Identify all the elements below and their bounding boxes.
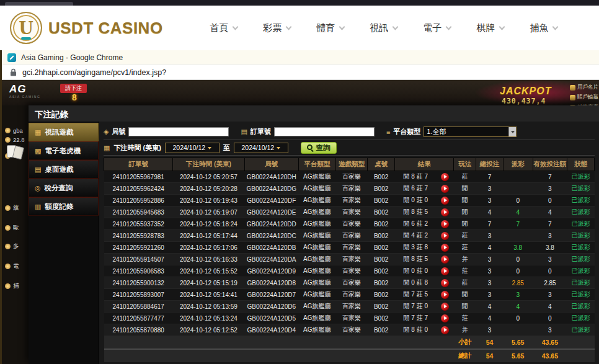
nav-item-3[interactable]: 體育 [316, 22, 344, 34]
jackpot-label: JACKPOT [500, 86, 551, 97]
menu-item-1[interactable]: ▦視訊遊戲 [29, 123, 99, 141]
cell-bet: 3 [476, 277, 504, 289]
modal-content: ◈ 局號 ▤ 訂單號 ≡ 平台類型 1.全部 ▦ [99, 122, 599, 364]
date-to-select[interactable]: 2024/10/12 [234, 143, 288, 153]
rail-item[interactable]: 多 [5, 242, 19, 251]
cell-time: 2024-10-12 05:20:57 [173, 171, 244, 183]
cell-bet: 4 [476, 301, 504, 313]
cell-table_no: B002 [368, 195, 395, 206]
menu-item-3[interactable]: ▤桌面遊戲 [29, 160, 99, 179]
order-number-input[interactable] [274, 127, 375, 136]
play-video-button[interactable] [441, 326, 449, 334]
cell-play [437, 206, 454, 218]
play-video-button[interactable] [441, 232, 449, 240]
play-video-button[interactable] [441, 244, 449, 252]
modal-menu: ▦視訊遊戲▩電子老虎機▤桌面遊戲◎稅分查詢▥額度記錄 [29, 122, 99, 364]
play-video-button[interactable] [441, 255, 449, 264]
chevron-down-icon [499, 24, 505, 30]
site-logo[interactable]: U USDT CASINO [10, 12, 163, 44]
cell-game: 百家樂 [335, 324, 368, 336]
table-row: 2410120558774772024-10-12 05:13:24GB0022… [104, 313, 595, 324]
cell-time: 2024-10-12 05:13:24 [173, 313, 244, 324]
cell-play [437, 324, 454, 336]
rail-item-label: 22.8 [13, 136, 25, 143]
cell-round: GB00224A120D5 [244, 313, 298, 324]
nav-item-4[interactable]: 視訊 [370, 22, 397, 34]
nav-item-5[interactable]: 電子 [423, 22, 451, 34]
cell-result: 閒 0 莊 0 [394, 265, 437, 277]
search-button[interactable]: 查詢 [301, 142, 337, 154]
cell-order: 241012055884617 [104, 301, 173, 313]
cell-time: 2024-10-12 05:12:52 [173, 324, 244, 336]
cell-table_no: B002 [368, 324, 395, 336]
rail-item[interactable]: 電 [5, 262, 19, 270]
rail-item[interactable]: 旗 [5, 204, 19, 212]
nav-item-6[interactable]: 棋牌 [476, 22, 504, 34]
menu-item-2[interactable]: ▩電子老虎機 [29, 141, 99, 160]
play-video-button[interactable] [441, 220, 449, 228]
total-bet: 54 [476, 349, 504, 362]
table-row: 2410120559287832024-10-12 05:17:44GB0022… [104, 230, 595, 242]
rail-item[interactable]: 捕 [5, 282, 19, 290]
play-video-button[interactable] [441, 279, 449, 287]
cell-platform: AG旗艦廳 [299, 206, 336, 218]
bet-records-table: 訂單號下注時間 (美東)局號平台類型遊戲類型桌號結果玩法總投注派彩有效投注額狀態… [104, 158, 595, 362]
menu-item-label: 稅分查詢 [45, 184, 73, 193]
play-video-button[interactable] [441, 197, 449, 205]
cell-result: 閒 6 莊 7 [394, 183, 437, 195]
cell-table_no: B002 [368, 183, 395, 195]
cell-table_no: B002 [368, 301, 395, 313]
cell-order: 241012055870880 [104, 324, 173, 336]
modal-title: 下注記錄 [29, 105, 599, 122]
cell-valid: 4 [533, 206, 567, 218]
cell-payout: 0 [503, 195, 533, 206]
nav-item-2[interactable]: 彩票 [263, 22, 291, 34]
platform-type-icon: ≡ [386, 128, 390, 136]
cell-time: 2024-10-12 05:17:44 [173, 230, 244, 242]
popup-titlebar: Asia Gaming - Google Chrome [2, 50, 599, 65]
cell-play [437, 301, 454, 313]
cell-round: GB00224A120DG [244, 183, 298, 195]
screen: U USDT CASINO 首頁彩票體育視訊電子棋牌捕魚 Asia Gaming… [0, 0, 599, 364]
play-video-button[interactable] [441, 291, 449, 299]
cell-payout [503, 230, 533, 242]
cell-result: 閒 7 莊 0 [394, 301, 437, 313]
logo-badge-icon: U [10, 12, 42, 44]
countdown-number: 8 [72, 92, 77, 102]
platform-select[interactable]: 1.全部 [424, 127, 517, 137]
cell-payout: 4 [503, 301, 533, 313]
play-video-button[interactable] [441, 303, 449, 311]
play-video-button[interactable] [441, 208, 449, 216]
cell-platform: AG旗艦廳 [299, 289, 336, 301]
rail-item[interactable]: 歐 [5, 224, 19, 232]
round-number-input[interactable] [128, 127, 229, 136]
menu-item-4[interactable]: ◎稅分查詢 [29, 179, 99, 197]
date-from-select[interactable]: 2024/10/12 [165, 143, 220, 153]
cell-order: 241012055906583 [104, 265, 173, 277]
cell-platform: AG旗艦廳 [299, 313, 336, 324]
play-video-button[interactable] [441, 267, 449, 275]
cell-platform: AG旗艦廳 [299, 277, 336, 289]
cell-valid: 7 [533, 171, 567, 183]
search-icon [307, 144, 314, 151]
rail-item-label: 捕 [13, 282, 19, 290]
cell-result: 閒 3 莊 8 [394, 242, 437, 254]
right-widget: 用戶名片 [570, 84, 598, 91]
play-video-button[interactable] [441, 173, 449, 181]
cell-bet: 7 [476, 171, 504, 183]
site-header: U USDT CASINO 首頁彩票體育視訊電子棋牌捕魚 [0, 6, 599, 50]
menu-item-5[interactable]: ▥額度記錄 [29, 197, 99, 216]
rail-item[interactable]: 22.8 [5, 136, 25, 143]
cell-status: 已派彩 [567, 242, 595, 254]
cell-table_no: B002 [368, 171, 395, 183]
rail-item[interactable]: gba [5, 127, 23, 134]
cell-result: 閒 7 莊 7 [394, 313, 437, 324]
play-video-button[interactable] [441, 314, 449, 322]
popup-urlbar[interactable]: gci.2hhapi.com/agingame/pcv1/index.jsp? [2, 65, 599, 80]
play-video-button[interactable] [441, 185, 449, 193]
url-text: gci.2hhapi.com/agingame/pcv1/index.jsp? [22, 68, 166, 77]
nav-item-1[interactable]: 首頁 [210, 22, 237, 34]
cell-platform: AG旗艦廳 [299, 242, 336, 254]
cell-game: 百家樂 [335, 171, 368, 183]
nav-item-7[interactable]: 捕魚 [530, 22, 557, 34]
